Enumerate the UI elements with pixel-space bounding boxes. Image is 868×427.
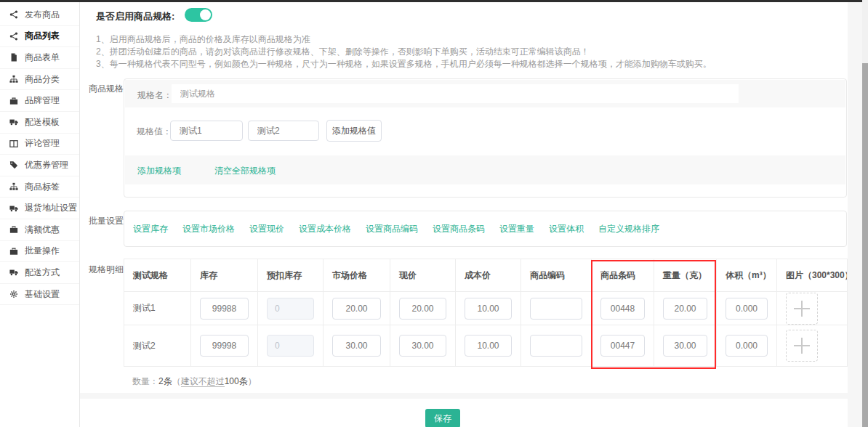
spec-detail-table: 测试规格 库存 预扣库存 市场价格 现价 成本价 商品编码 商品条码 重量（克）… bbox=[124, 259, 848, 367]
tag-icon bbox=[9, 160, 20, 169]
spec-value-label: 规格值： bbox=[137, 126, 172, 138]
vertical-scrollbar[interactable] bbox=[862, 0, 868, 427]
gear-icon bbox=[9, 290, 20, 298]
sidebar-item-label: 商品标签 bbox=[25, 181, 60, 193]
share-icon bbox=[9, 10, 20, 19]
briefcase-icon bbox=[9, 225, 20, 234]
sidebar-item-品牌管理[interactable]: 品牌管理 bbox=[0, 90, 79, 112]
plus-icon bbox=[792, 336, 811, 355]
batch-link-设置商品编码[interactable]: 设置商品编码 bbox=[366, 223, 418, 235]
sitemap-icon bbox=[9, 182, 20, 191]
spec-value-input-2[interactable] bbox=[248, 121, 319, 141]
sidebar-item-label: 配送模板 bbox=[25, 116, 60, 129]
price-input[interactable] bbox=[399, 335, 446, 357]
sidebar-item-label: 配送方式 bbox=[25, 267, 60, 279]
save-button[interactable]: 保存 bbox=[425, 409, 460, 427]
sidebar-item-label: 优惠券管理 bbox=[25, 159, 68, 171]
weight-input[interactable] bbox=[663, 298, 707, 320]
batch-link-设置重量[interactable]: 设置重量 bbox=[499, 223, 534, 235]
image-upload-button[interactable] bbox=[786, 293, 818, 325]
col-header-weight: 重量（克） bbox=[654, 259, 717, 292]
sidebar-item-商品标签[interactable]: 商品标签 bbox=[0, 176, 79, 198]
sidebar-item-配送模板[interactable]: 配送模板 bbox=[0, 112, 79, 134]
volume-input[interactable] bbox=[726, 298, 768, 320]
weight-input[interactable] bbox=[663, 335, 707, 357]
sidebar-item-退货地址设置[interactable]: 退货地址设置 bbox=[0, 198, 79, 219]
plus-icon bbox=[792, 299, 811, 318]
scrollbar-thumb[interactable] bbox=[862, 63, 868, 427]
main-content: 是否启用商品规格: 1、启用商品规格后，商品的价格及库存以商品规格为准 2、拼团… bbox=[80, 2, 848, 427]
sidebar-item-商品表单[interactable]: 商品表单 bbox=[0, 47, 79, 69]
barcode-input[interactable] bbox=[600, 335, 645, 357]
price-input[interactable] bbox=[399, 298, 446, 320]
spec-name-row: 规格名： bbox=[125, 80, 845, 107]
note-line: 1、启用商品规格后，商品的价格及库存以商品规格为准 bbox=[96, 33, 712, 46]
truck-icon bbox=[9, 268, 20, 277]
sidebar-item-发布商品[interactable]: 发布商品 bbox=[0, 4, 79, 26]
col-header-stock: 库存 bbox=[191, 259, 258, 292]
batch-link-自定义规格排序[interactable]: 自定义规格排序 bbox=[598, 223, 659, 235]
barcode-input[interactable] bbox=[600, 298, 645, 320]
file-icon bbox=[9, 53, 20, 62]
detail-section-label: 规格明细 bbox=[89, 264, 124, 276]
truck-icon bbox=[9, 118, 20, 126]
hold-stock-input bbox=[267, 335, 314, 357]
batch-link-设置现价[interactable]: 设置现价 bbox=[249, 223, 284, 235]
market-price-input[interactable] bbox=[332, 335, 381, 357]
sidebar-item-配送方式[interactable]: 配送方式 bbox=[0, 262, 79, 284]
sidebar-item-满额优惠[interactable]: 满额优惠 bbox=[0, 219, 79, 241]
sidebar-item-label: 商品列表 bbox=[25, 30, 60, 42]
batch-link-设置商品条码[interactable]: 设置商品条码 bbox=[433, 223, 485, 235]
batch-link-设置体积[interactable]: 设置体积 bbox=[549, 223, 584, 235]
sidebar-item-商品列表[interactable]: 商品列表 bbox=[0, 26, 79, 48]
note-line: 2、拼团活动创建后的商品，请勿对该商品进行修改规格、下架、删除等操作，否则影响下… bbox=[96, 46, 712, 58]
sidebar-item-label: 商品表单 bbox=[25, 52, 60, 64]
product-spec-page: 发布商品商品列表商品表单商品分类品牌管理配送模板评论管理优惠券管理商品标签退货地… bbox=[0, 0, 868, 427]
sidebar-item-评论管理[interactable]: 评论管理 bbox=[0, 134, 79, 155]
sidebar-item-优惠券管理[interactable]: 优惠券管理 bbox=[0, 155, 79, 176]
col-header-volume: 体积（m³） bbox=[717, 259, 777, 292]
spec-section-label: 商品规格 bbox=[89, 83, 124, 95]
spec-value-input-1[interactable] bbox=[170, 121, 243, 141]
col-header-code: 商品编码 bbox=[521, 259, 592, 292]
cost-price-input[interactable] bbox=[465, 298, 512, 320]
stock-input[interactable] bbox=[200, 298, 249, 320]
volume-input[interactable] bbox=[726, 335, 768, 357]
toggle-knob bbox=[200, 9, 211, 20]
col-header-cost: 成本价 bbox=[456, 259, 521, 292]
col-header-image: 图片（300*300） bbox=[777, 259, 848, 292]
code-input[interactable] bbox=[530, 335, 582, 357]
sidebar-item-label: 评论管理 bbox=[25, 137, 60, 150]
stock-input[interactable] bbox=[200, 335, 249, 357]
sidebar-item-商品分类[interactable]: 商品分类 bbox=[0, 69, 79, 91]
cost-price-input[interactable] bbox=[465, 335, 512, 357]
row-name: 测试1 bbox=[124, 292, 191, 325]
notes: 1、启用商品规格后，商品的价格及库存以商品规格为准 2、拼团活动创建后的商品，请… bbox=[96, 33, 712, 70]
sidebar: 发布商品商品列表商品表单商品分类品牌管理配送模板评论管理优惠券管理商品标签退货地… bbox=[0, 2, 80, 427]
enable-spec-toggle[interactable] bbox=[185, 8, 212, 22]
columns-icon bbox=[9, 139, 20, 148]
row-name: 测试2 bbox=[124, 325, 191, 367]
batch-section-label: 批量设置 bbox=[89, 215, 124, 227]
col-header-hold: 预扣库存 bbox=[258, 259, 324, 292]
sidebar-item-label: 品牌管理 bbox=[25, 94, 60, 107]
add-spec-item-link[interactable]: 添加规格项 bbox=[137, 165, 181, 177]
spec-name-label: 规格名： bbox=[137, 89, 172, 102]
batch-link-设置库存[interactable]: 设置库存 bbox=[133, 223, 168, 235]
briefcase-icon bbox=[9, 247, 20, 256]
note-line: 3、每一种规格代表不同型号，例如颜色为一种规格，尺寸为一种规格，如果设置多规格，… bbox=[96, 58, 712, 70]
image-upload-button[interactable] bbox=[786, 330, 818, 362]
spec-name-input[interactable] bbox=[172, 84, 739, 103]
batch-link-设置市场价格[interactable]: 设置市场价格 bbox=[182, 223, 235, 235]
page-gap bbox=[848, 2, 862, 427]
sidebar-item-批量操作[interactable]: 批量操作 bbox=[0, 241, 79, 263]
code-input[interactable] bbox=[530, 298, 582, 320]
col-header-spec: 测试规格 bbox=[124, 259, 191, 292]
sidebar-item-基础设置[interactable]: 基础设置 bbox=[0, 284, 79, 306]
batch-link-设置成本价格[interactable]: 设置成本价格 bbox=[299, 223, 351, 235]
clear-all-spec-link[interactable]: 清空全部规格项 bbox=[214, 165, 276, 177]
truck-icon bbox=[9, 204, 20, 213]
market-price-input[interactable] bbox=[332, 298, 381, 320]
add-spec-value-button[interactable]: 添加规格值 bbox=[326, 120, 382, 142]
spec-box: 规格名： 规格值： 添加规格值 添加规格项 清空全部规格项 bbox=[124, 78, 847, 198]
